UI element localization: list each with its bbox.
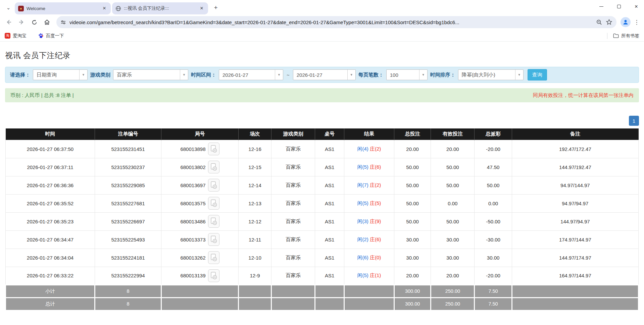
baidu-paw-icon xyxy=(38,33,44,39)
close-icon[interactable]: ✕ xyxy=(101,5,107,11)
date-end-input[interactable]: 2026-01-27 ▼ xyxy=(293,69,356,80)
search-button[interactable]: 查询 xyxy=(528,69,547,80)
cell-note: 94.97/144.97 xyxy=(512,176,638,194)
video-replay-button[interactable] xyxy=(208,143,219,155)
page-content: 视讯 会员下注纪录 请选择： 日期查询 ▼ 游戏类别 百家乐 ▼ 时间区间： 2… xyxy=(0,42,644,311)
cell-note: 164.97/144.97 xyxy=(512,267,638,285)
cell-table-no: AS1 xyxy=(315,267,344,285)
window-controls: ✕ xyxy=(596,1,642,11)
minimize-button[interactable] xyxy=(596,1,607,11)
player-result: 闲(5) xyxy=(357,272,368,278)
maximize-button[interactable] xyxy=(613,1,625,11)
video-replay-button[interactable] xyxy=(208,251,219,264)
browser-menu-button[interactable]: ⋮ xyxy=(633,19,641,26)
three-dots-icon: ⋮ xyxy=(634,19,640,25)
home-button[interactable] xyxy=(42,17,52,28)
cell-note: 144.97/174.97 xyxy=(512,249,638,267)
page-title: 视讯 会员下注纪录 xyxy=(5,50,639,61)
reload-button[interactable] xyxy=(29,17,40,28)
cell-payout: -30.00 xyxy=(475,230,512,249)
footer-count: 8 xyxy=(95,297,161,310)
zoom-out-icon[interactable] xyxy=(596,19,602,25)
forward-arrow-icon xyxy=(18,19,25,25)
cell-table-no: AS1 xyxy=(315,176,344,194)
cell-total-bet: 30.00 xyxy=(394,249,431,267)
cell-time: 2026-01-27 06:37:50 xyxy=(6,140,95,158)
table-row: 2026-01-27 06:37:11523155230237680013802… xyxy=(6,158,639,176)
cell-round: 680013262 xyxy=(161,249,238,267)
select-type-label: 请选择： xyxy=(10,72,30,78)
bookmark-star-icon[interactable] xyxy=(606,19,612,25)
chevron-down-icon: ▼ xyxy=(275,70,283,80)
sort-select[interactable]: 降幂(由大到小) ▼ xyxy=(458,69,524,80)
browser-chrome: ⌄ ♠ Welcome ✕ :::视讯 会员下注纪录::: ✕ + ✕ xyxy=(0,0,644,42)
cell-payout: -20.00 xyxy=(475,140,512,158)
table-body: 2026-01-27 06:37:50523155231451680013898… xyxy=(6,140,639,285)
cell-bet-id: 523155227681 xyxy=(95,194,161,212)
footer-label: 总计 xyxy=(6,297,95,310)
all-bookmarks-button[interactable]: 所有书签 xyxy=(607,33,639,39)
round-number: 680013262 xyxy=(180,255,205,261)
chevron-down-icon: ⌄ xyxy=(6,5,11,11)
bookmark-taobao[interactable]: 淘 爱淘宝 xyxy=(5,33,27,39)
video-replay-button[interactable] xyxy=(208,197,219,210)
footer-valid-bet: 250.00 xyxy=(431,297,475,310)
video-replay-button[interactable] xyxy=(208,269,219,282)
round-number: 680013802 xyxy=(180,164,205,170)
footer-empty xyxy=(271,297,315,310)
footer-label: 小计 xyxy=(6,285,95,297)
per-page-select[interactable]: 100 ▼ xyxy=(386,69,428,80)
url-bar[interactable]: videoie.com/game/betrecord_search/kind3?… xyxy=(56,16,616,28)
video-replay-button[interactable] xyxy=(208,161,219,173)
page-1-button[interactable]: 1 xyxy=(629,116,639,126)
query-type-select[interactable]: 日期查询 ▼ xyxy=(33,69,88,80)
cell-time: 2026-01-27 06:36:36 xyxy=(6,176,95,194)
footer-empty xyxy=(512,297,638,310)
per-page-value: 100 xyxy=(387,70,419,80)
cell-game-kind: 百家乐 xyxy=(271,158,315,176)
column-header: 桌号 xyxy=(315,128,344,140)
new-tab-button[interactable]: + xyxy=(211,3,221,13)
person-icon xyxy=(622,19,629,25)
chevron-down-icon: ▼ xyxy=(419,70,427,80)
forward-button[interactable] xyxy=(16,17,27,28)
cell-bet-id: 523155224181 xyxy=(95,249,161,267)
cell-time: 2026-01-27 06:33:22 xyxy=(6,267,95,285)
cell-note: 174.97/144.97 xyxy=(512,230,638,249)
tab-welcome[interactable]: ♠ Welcome ✕ xyxy=(15,2,111,14)
cell-result: 闲(7) 庄(2) xyxy=(344,176,394,194)
cell-payout: 47.50 xyxy=(475,158,512,176)
cell-note: 144.97/192.47 xyxy=(512,158,638,176)
table-row: 2026-01-27 06:33:22523155222994680013139… xyxy=(6,267,639,285)
cell-result: 闲(5) 庄(1) xyxy=(344,267,394,285)
cell-total-bet: 20.00 xyxy=(394,140,431,158)
video-replay-button[interactable] xyxy=(208,233,219,246)
taobao-icon: 淘 xyxy=(5,33,10,39)
tab-search-button[interactable]: ⌄ xyxy=(3,2,14,13)
close-window-button[interactable]: ✕ xyxy=(631,1,642,11)
cell-round: 680013802 xyxy=(161,158,238,176)
footer-valid-bet: 250.00 xyxy=(431,285,475,297)
footer-empty xyxy=(161,297,238,310)
footer-empty xyxy=(344,297,394,310)
bookmarks-bar: 淘 爱淘宝 百度一下 所有书签 xyxy=(0,30,644,42)
bet-records-table: 时间注单编号局号场次游戏类别桌号结果总投注有效投注总派彩备注 2026-01-2… xyxy=(5,128,639,311)
back-button[interactable] xyxy=(3,17,14,28)
column-header: 时间 xyxy=(6,128,95,140)
banker-result: 庄(6) xyxy=(370,164,381,170)
date-start-input[interactable]: 2026-01-27 ▼ xyxy=(219,69,283,80)
back-arrow-icon xyxy=(5,19,12,25)
film-icon xyxy=(210,163,217,171)
folder-icon xyxy=(613,33,619,38)
game-kind-select[interactable]: 百家乐 ▼ xyxy=(113,69,188,80)
close-icon[interactable]: ✕ xyxy=(199,5,205,11)
chevron-down-icon: ▼ xyxy=(515,70,523,80)
video-replay-button[interactable] xyxy=(208,215,219,228)
player-result: 闲(5) xyxy=(357,164,368,170)
profile-avatar[interactable] xyxy=(621,17,631,27)
footer-empty xyxy=(315,285,344,297)
chevron-down-icon: ▼ xyxy=(347,70,355,80)
tab-bet-record[interactable]: :::视讯 会员下注纪录::: ✕ xyxy=(112,2,208,14)
bookmark-baidu[interactable]: 百度一下 xyxy=(38,33,64,39)
video-replay-button[interactable] xyxy=(208,179,219,192)
